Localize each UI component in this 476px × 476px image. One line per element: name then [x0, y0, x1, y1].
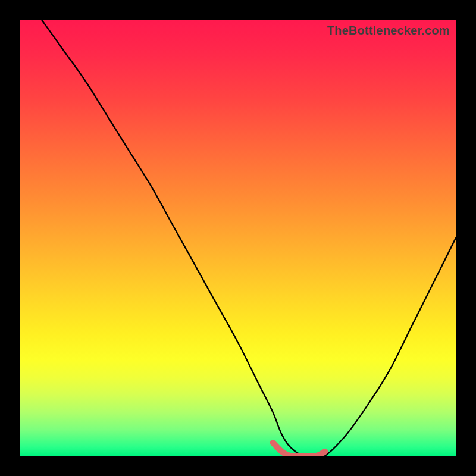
bottleneck-curve-line: [42, 20, 456, 456]
brand-watermark: TheBottlenecker.com: [327, 24, 450, 37]
chart-plot-area: TheBottlenecker.com: [20, 20, 456, 456]
chart-frame: TheBottlenecker.com: [0, 0, 476, 476]
optimal-zone-line: [273, 443, 325, 456]
chart-svg: [20, 20, 456, 456]
